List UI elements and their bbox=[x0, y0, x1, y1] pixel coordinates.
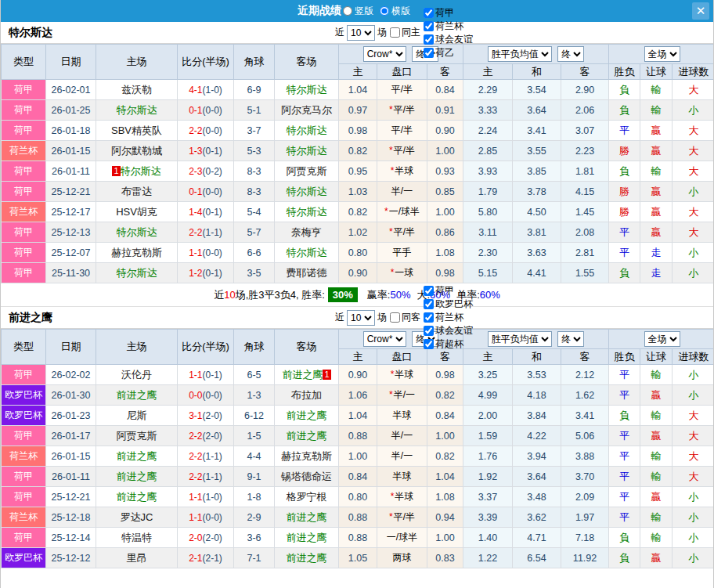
cell-corner: 6-6 bbox=[234, 243, 275, 263]
cell-away-team: 前进之鹰1 bbox=[275, 365, 339, 385]
fullmatch-select[interactable]: 全场 bbox=[644, 331, 680, 347]
table-row: 荷兰杯26-01-15阿尔默勒城1-3(0-1)5-3特尔斯达0.82*平/半1… bbox=[2, 141, 714, 161]
cell-odds-home: 1.04 bbox=[339, 406, 377, 426]
cell-corner: 3-5 bbox=[234, 263, 275, 283]
cell-handicap: *平/半 bbox=[377, 141, 427, 161]
avg-source-select[interactable]: 胜平负均值 bbox=[488, 331, 552, 347]
avg-final-select[interactable]: 终 bbox=[557, 331, 584, 347]
league-label: 荷超杯 bbox=[435, 337, 463, 351]
cell-date: 25-12-17 bbox=[46, 202, 96, 222]
cell-away-team: 前进之鹰 bbox=[275, 528, 339, 548]
cell-result: 平 bbox=[609, 222, 640, 243]
league-checkbox[interactable] bbox=[424, 21, 434, 31]
cell-odds-away: 0.85 bbox=[427, 182, 463, 202]
league-filter[interactable]: 荷兰杯 bbox=[424, 311, 473, 324]
same-venue-checkbox[interactable] bbox=[390, 27, 400, 38]
cell-corner: 6-5 bbox=[234, 365, 275, 385]
cell-score: 1-1(0-1) bbox=[178, 365, 234, 385]
cell-home-team: 尼斯 bbox=[96, 406, 178, 426]
col-header-result: 胜负 bbox=[609, 64, 640, 80]
cell-date: 25-12-21 bbox=[46, 487, 96, 507]
cell-avg-draw: 3.53 bbox=[513, 365, 561, 385]
summary-text: 场,胜3平3负4, 胜率: bbox=[236, 288, 325, 302]
cell-avg-home: 3.33 bbox=[463, 100, 513, 121]
same-venue-filter[interactable]: 同主 bbox=[390, 26, 420, 39]
cell-avg-draw: 4.50 bbox=[513, 202, 561, 222]
cell-handicap: 半/一 bbox=[377, 182, 427, 202]
league-filter[interactable]: 欧罗巴杯 bbox=[424, 298, 473, 311]
cell-avg-away: 2.12 bbox=[561, 365, 609, 385]
cell-goals: 小 bbox=[673, 528, 714, 548]
table-row: 荷甲25-12-13特尔斯达2-2(1-1)5-7奈梅亨1.02*平/半0.86… bbox=[2, 222, 714, 243]
fullmatch-select[interactable]: 全场 bbox=[644, 46, 680, 62]
cell-odds-home: 1.05 bbox=[339, 548, 377, 568]
cell-date: 26-01-11 bbox=[46, 467, 96, 487]
cell-goals: 小 bbox=[673, 263, 714, 283]
table-row: 荷甲25-12-21前进之鹰1-1(1-0)1-8格罗宁根0.80*半球1.08… bbox=[2, 487, 714, 507]
away-team-name: 阿贾克斯 bbox=[287, 165, 327, 177]
cell-goals: 大 bbox=[673, 467, 714, 487]
league-checkbox[interactable] bbox=[424, 8, 434, 18]
league-filter[interactable]: 荷甲 bbox=[424, 284, 473, 298]
cell-result: 負 bbox=[609, 100, 640, 121]
cell-handicap-result: 贏 bbox=[640, 548, 673, 568]
col-header-corner: 角球 bbox=[234, 45, 275, 80]
cell-corner: 8-3 bbox=[234, 182, 275, 202]
same-venue-checkbox[interactable] bbox=[390, 312, 400, 323]
same-venue-label: 同客 bbox=[402, 311, 420, 324]
home-team-name: 里昂 bbox=[127, 552, 147, 564]
league-checkbox[interactable] bbox=[424, 34, 434, 45]
matches-label: 场 bbox=[377, 311, 387, 324]
cell-handicap-result: 輸 bbox=[640, 161, 673, 182]
col-header-type: 类型 bbox=[2, 330, 46, 365]
table-row: 荷甲25-11-30特尔斯达1-2(0-1)3-5费耶诺德0.90*一球0.98… bbox=[2, 263, 714, 283]
league-checkbox[interactable] bbox=[424, 286, 434, 296]
avg-final-select[interactable]: 终 bbox=[557, 46, 584, 62]
team-name: 特尔斯达 bbox=[9, 26, 52, 40]
cell-date: 25-12-18 bbox=[46, 507, 96, 528]
cell-goals: 小 bbox=[673, 100, 714, 121]
cell-corner: 6-12 bbox=[234, 406, 275, 426]
cell-avg-draw: 3.48 bbox=[513, 487, 561, 507]
cell-away-team: 前进之鹰 bbox=[275, 426, 339, 446]
league-filter[interactable]: 球会友谊 bbox=[424, 33, 473, 46]
cell-away-team: 特尔斯达 bbox=[275, 80, 339, 100]
col-header-avg-draw: 和 bbox=[513, 349, 561, 365]
close-button[interactable]: ✕ bbox=[692, 2, 709, 20]
avg-source-select[interactable]: 胜平负均值 bbox=[488, 46, 552, 62]
league-filter[interactable]: 荷甲 bbox=[424, 6, 473, 20]
league-filter[interactable]: 球会友谊 bbox=[424, 324, 473, 337]
league-filter[interactable]: 荷兰杯 bbox=[424, 20, 473, 33]
cell-league: 荷甲 bbox=[2, 80, 46, 100]
league-filter[interactable]: 荷超杯 bbox=[424, 337, 473, 351]
cell-handicap-result: 走 bbox=[640, 263, 673, 283]
cell-odds-home: 1.00 bbox=[339, 446, 377, 467]
recent-count-select[interactable]: 10 bbox=[347, 310, 375, 326]
cell-handicap-result: 輸 bbox=[640, 507, 673, 528]
league-checkbox[interactable] bbox=[424, 48, 434, 58]
cell-odds-home: 0.84 bbox=[339, 467, 377, 487]
league-checkbox[interactable] bbox=[424, 339, 434, 349]
league-checkbox[interactable] bbox=[424, 312, 434, 323]
home-team-name: 特尔斯达 bbox=[117, 104, 157, 116]
cell-odds-away: 1.08 bbox=[427, 487, 463, 507]
league-checkbox[interactable] bbox=[424, 326, 434, 336]
cell-handicap: 半球 bbox=[377, 406, 427, 426]
cell-away-team: 格罗宁根 bbox=[275, 487, 339, 507]
home-team-name: 特尔斯达 bbox=[117, 226, 157, 238]
cell-corner: 5-4 bbox=[234, 202, 275, 222]
cell-score: 1-1(0-0) bbox=[178, 243, 234, 263]
recent-count-select[interactable]: 10 bbox=[347, 25, 375, 41]
home-team-name: 兹沃勒 bbox=[121, 84, 152, 96]
cell-handicap-result: 贏 bbox=[640, 202, 673, 222]
league-filter[interactable]: 荷乙 bbox=[424, 46, 473, 60]
match-rows: 荷甲26-02-02沃伦丹1-1(0-1)6-5前进之鹰10.90*半球0.98… bbox=[2, 365, 714, 568]
league-checkbox[interactable] bbox=[424, 299, 434, 309]
same-venue-filter[interactable]: 同客 bbox=[390, 311, 420, 324]
away-team-name: 费耶诺德 bbox=[287, 267, 327, 279]
cell-handicap: 平/半 bbox=[377, 80, 427, 100]
cell-avg-draw: 3.81 bbox=[513, 222, 561, 243]
cell-odds-away: 0.82 bbox=[427, 385, 463, 406]
table-row: 荷甲26-02-01兹沃勒4-1(1-0)6-9特尔斯达1.04平/半0.842… bbox=[2, 80, 714, 100]
cell-date: 25-11-30 bbox=[46, 263, 96, 283]
